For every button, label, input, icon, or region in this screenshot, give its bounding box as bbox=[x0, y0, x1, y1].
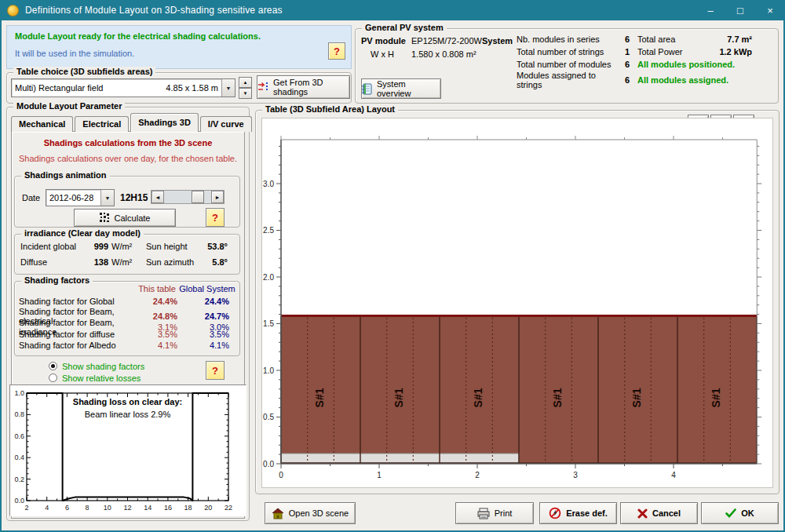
house-icon bbox=[272, 508, 284, 519]
system-summary-row: Modules assigned to strings6All modules … bbox=[517, 71, 776, 83]
slider-right-arrow-icon[interactable]: ► bbox=[211, 191, 224, 203]
mini-y-tick-label: 1.0 bbox=[14, 389, 24, 397]
maximize-button[interactable]: □ bbox=[725, 0, 755, 20]
radio-icon[interactable] bbox=[49, 373, 57, 382]
tab-i-v-curve[interactable]: I/V curve bbox=[200, 116, 252, 132]
y-axis-tick-label: 2.0 bbox=[263, 273, 274, 282]
shading-factor-row: Shading factor for Beam, electrical24.8%… bbox=[19, 307, 236, 318]
mini-x-tick-label: 22 bbox=[225, 504, 232, 512]
print-button[interactable]: Print bbox=[455, 502, 534, 524]
module-string-label: S#1 bbox=[473, 388, 485, 407]
calculator-icon bbox=[100, 213, 110, 223]
erase-icon bbox=[549, 507, 561, 519]
date-dropdown[interactable]: 2012-06-28 ▼ bbox=[46, 189, 115, 206]
mini-x-tick-label: 20 bbox=[204, 504, 212, 512]
shading-factors-rows: Shading factor for Global24.4%24.4%Shadi… bbox=[19, 296, 236, 351]
system-overview-button[interactable]: System overview bbox=[361, 78, 441, 99]
window-title: Definitions of Module Layout on 3D-shadi… bbox=[25, 5, 283, 16]
help-button-factors[interactable]: ? bbox=[206, 361, 225, 380]
shaded-cells-strip bbox=[281, 454, 519, 463]
mini-y-tick-label: 0.8 bbox=[14, 410, 24, 418]
general-pv-legend: General PV system bbox=[362, 23, 447, 32]
irradiance-rows: Incident global999W/m²Sun height53.8°Dif… bbox=[20, 239, 236, 270]
table-choice-dropdown[interactable]: Multi) Rectangular field 4.85 x 1.58 m ▼ bbox=[11, 78, 236, 97]
module-string-label: S#1 bbox=[552, 388, 564, 407]
time-slider-thumb[interactable] bbox=[192, 191, 204, 203]
chevron-down-icon[interactable]: ▼ bbox=[221, 79, 235, 97]
x-axis-tick-label: 1 bbox=[377, 471, 382, 479]
mini-x-tick-label: 6 bbox=[65, 504, 69, 512]
cancel-button[interactable]: Cancel bbox=[620, 502, 698, 524]
x-axis-tick-label: 2 bbox=[475, 471, 480, 479]
x-axis-tick-label: 3 bbox=[573, 471, 578, 479]
radio-label: Show relative losses bbox=[62, 373, 141, 383]
title-bar: Definitions of Module Layout on 3D-shadi… bbox=[0, 0, 785, 20]
help-button-message[interactable]: ? bbox=[328, 42, 345, 60]
chevron-down-icon[interactable]: ▼ bbox=[100, 190, 114, 206]
mini-x-tick-label: 4 bbox=[45, 504, 49, 512]
date-value: 2012-06-28 bbox=[46, 193, 93, 202]
radio-icon[interactable] bbox=[49, 362, 57, 370]
status-message-sub: It will be used in the simulation. bbox=[15, 49, 134, 58]
mini-x-tick-label: 14 bbox=[144, 504, 152, 512]
ok-check-icon bbox=[725, 508, 736, 518]
print-label: Print bbox=[495, 508, 513, 518]
module-string-label: S#1 bbox=[314, 388, 327, 407]
erase-def-button[interactable]: Erase def. bbox=[539, 502, 617, 524]
y-axis-tick-label: 1.5 bbox=[263, 319, 274, 328]
mini-chart-title: Shading loss on clear day: bbox=[73, 397, 182, 406]
cancel-x-icon bbox=[637, 508, 648, 519]
spinner-down-icon[interactable]: ▼ bbox=[239, 88, 252, 99]
module-string-label: S#1 bbox=[631, 388, 644, 407]
printer-icon bbox=[477, 508, 490, 519]
pv-module-value: EP125M/72-200W bbox=[411, 36, 482, 46]
col-global-system: Global System bbox=[179, 284, 236, 293]
spinner-up-icon[interactable]: ▲ bbox=[239, 77, 252, 88]
mini-y-tick-label: 0.6 bbox=[14, 432, 24, 440]
tab-mechanical[interactable]: Mechanical bbox=[11, 116, 73, 132]
mini-x-tick-label: 2 bbox=[24, 504, 28, 512]
transfer-arrows-icon bbox=[257, 82, 268, 93]
module-layout-legend: Module Layout Parameter bbox=[13, 101, 125, 111]
get-from-3d-shadings-label: Get From 3D shadings bbox=[273, 78, 349, 97]
tab-shadings-3d[interactable]: Shadings 3D bbox=[130, 113, 199, 132]
calculate-button[interactable]: Calculate bbox=[74, 209, 176, 227]
minimize-button[interactable]: – bbox=[696, 0, 725, 20]
get-from-3d-shadings-button[interactable]: Get From 3D shadings bbox=[257, 75, 350, 99]
module-string-label: S#1 bbox=[393, 388, 406, 407]
table-choice-value: Multi) Rectangular field bbox=[12, 83, 104, 93]
pvsyst-module-layout-window: Definitions of Module Layout on 3D-shadi… bbox=[0, 0, 785, 532]
time-slider[interactable]: ◄ ► bbox=[151, 190, 225, 204]
ok-button[interactable]: OK bbox=[701, 502, 779, 524]
shading-factors-header: This table Global System bbox=[19, 284, 236, 293]
irradiance-legend: irradiance (Clear day model) bbox=[21, 228, 144, 238]
system-summary-row: Nb. modules in series6Total area7.7 m² bbox=[517, 33, 776, 46]
system-summary-rows: Nb. modules in series6Total area7.7 m²To… bbox=[517, 33, 776, 83]
y-axis-tick-label: 0.5 bbox=[263, 413, 274, 421]
mini-x-tick-label: 12 bbox=[123, 504, 131, 512]
radio-show-shading-factors[interactable]: Show shading factors bbox=[49, 360, 144, 372]
help-button-animation[interactable]: ? bbox=[206, 208, 225, 227]
tab-electrical[interactable]: Electrical bbox=[75, 116, 129, 132]
wxh-value: 1.580 x 0.808 m² bbox=[411, 49, 476, 59]
mini-x-tick-label: 16 bbox=[164, 504, 172, 512]
mini-y-tick-label: 0.2 bbox=[14, 476, 24, 483]
pv-module-label: PV module bbox=[361, 36, 406, 46]
col-this-table: This table bbox=[135, 284, 179, 293]
close-button[interactable]: × bbox=[755, 0, 785, 20]
mini-x-tick-label: 10 bbox=[104, 504, 111, 512]
radio-show-relative-losses[interactable]: Show relative losses bbox=[49, 372, 144, 384]
y-axis-tick-label: 3.0 bbox=[263, 180, 274, 188]
display-mode-radios: Show shading factorsShow relative losses bbox=[49, 360, 144, 384]
system-summary-row: Total number of strings1Total Power1.2 k… bbox=[517, 46, 776, 58]
time-value: 12H15 bbox=[120, 192, 148, 203]
shadings-heading: Shadings calculations from the 3D scene bbox=[11, 138, 245, 148]
time-slider-track[interactable] bbox=[164, 191, 211, 203]
shading-factor-row: Shading factor for diffuse3.5%3.5% bbox=[19, 329, 236, 340]
system-summary-row: Total number of modules6All modules posi… bbox=[517, 58, 776, 71]
shadings-subheading: Shadings calculations over one day, for … bbox=[11, 154, 245, 163]
status-message-panel: Module Layout ready for the electrical s… bbox=[6, 25, 352, 69]
open-3d-scene-button[interactable]: Open 3D scene bbox=[265, 502, 356, 524]
module-string-label: S#1 bbox=[710, 388, 723, 407]
slider-left-arrow-icon[interactable]: ◄ bbox=[152, 191, 164, 203]
